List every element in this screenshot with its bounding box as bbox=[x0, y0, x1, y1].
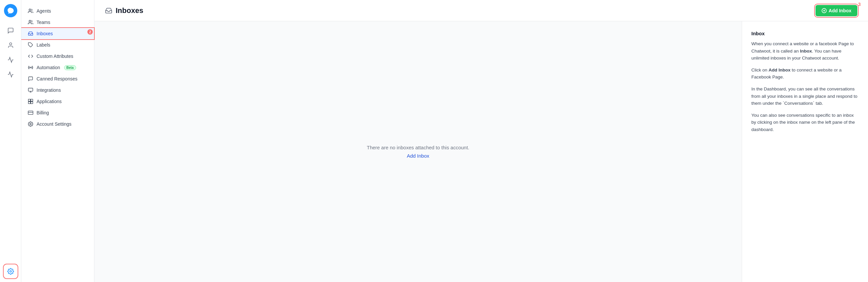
topbar: Inboxes 3 Add Inbox bbox=[94, 0, 868, 21]
custom-attributes-icon bbox=[28, 54, 33, 59]
sidebar-applications-label: Applications bbox=[36, 99, 62, 104]
sidebar-item-labels[interactable]: Labels bbox=[21, 39, 94, 51]
svg-rect-9 bbox=[28, 99, 30, 101]
sidebar-billing-label: Billing bbox=[36, 110, 49, 115]
applications-icon bbox=[28, 99, 33, 104]
inboxes-badge: 2 bbox=[87, 29, 93, 35]
sidebar-item-billing[interactable]: Billing bbox=[21, 107, 94, 118]
badge-3-label: 3 bbox=[858, 2, 861, 7]
svg-rect-10 bbox=[31, 99, 33, 101]
automation-beta-badge: Beta bbox=[64, 65, 76, 70]
automation-icon bbox=[28, 65, 33, 70]
sidebar-item-custom-attributes[interactable]: Custom Attributes bbox=[21, 51, 94, 62]
sidebar-item-account-settings[interactable]: Account Settings bbox=[21, 118, 94, 130]
info-panel-para-3: In the Dashboard, you can see all the co… bbox=[751, 85, 859, 107]
gear-icon bbox=[7, 268, 14, 275]
rail-settings[interactable] bbox=[4, 265, 17, 278]
sidebar: Agents Teams Inboxes 2 Labels Custom Att… bbox=[21, 0, 94, 282]
empty-state-text: There are no inboxes attached to this ac… bbox=[367, 145, 470, 150]
chat-icon bbox=[7, 27, 14, 34]
page-heading: Inboxes bbox=[116, 6, 143, 15]
info-panel-para-2: Click on Add Inbox to connect a website … bbox=[751, 66, 859, 81]
rail-contacts[interactable] bbox=[4, 38, 17, 52]
svg-point-5 bbox=[30, 67, 31, 68]
icon-rail bbox=[0, 0, 21, 282]
sidebar-labels-label: Labels bbox=[36, 42, 50, 48]
plus-circle-icon bbox=[822, 8, 827, 13]
sidebar-item-applications[interactable]: Applications bbox=[21, 96, 94, 107]
billing-icon bbox=[28, 110, 33, 115]
svg-rect-13 bbox=[28, 111, 33, 115]
inbox-icon bbox=[28, 31, 33, 36]
svg-point-2 bbox=[29, 9, 31, 11]
sidebar-teams-label: Teams bbox=[36, 20, 50, 25]
page-title-icon bbox=[105, 7, 112, 14]
rail-reports[interactable] bbox=[4, 53, 17, 66]
content-area: There are no inboxes attached to this ac… bbox=[94, 21, 868, 282]
sidebar-item-automation[interactable]: Automation Beta bbox=[21, 62, 94, 73]
svg-point-15 bbox=[30, 123, 31, 125]
add-inbox-button[interactable]: Add Inbox bbox=[815, 5, 857, 16]
empty-state-add-inbox-link[interactable]: Add Inbox bbox=[407, 153, 429, 159]
sidebar-canned-responses-label: Canned Responses bbox=[36, 76, 78, 82]
svg-point-3 bbox=[29, 20, 31, 22]
integrations-icon bbox=[28, 87, 33, 93]
sidebar-item-teams[interactable]: Teams bbox=[21, 17, 94, 28]
rail-conversations[interactable] bbox=[4, 24, 17, 37]
svg-rect-12 bbox=[31, 102, 33, 104]
sidebar-integrations-label: Integrations bbox=[36, 87, 61, 93]
sidebar-custom-attrs-label: Custom Attributes bbox=[36, 54, 73, 59]
add-inbox-button-label: Add Inbox bbox=[829, 8, 851, 13]
canned-responses-icon bbox=[28, 76, 33, 82]
main-area: Inboxes 3 Add Inbox There are no inboxes… bbox=[94, 0, 868, 282]
topbar-actions: 3 Add Inbox bbox=[815, 5, 857, 16]
info-panel-para-4: You can also see conversations specific … bbox=[751, 112, 859, 133]
info-panel-title: Inbox bbox=[751, 31, 859, 36]
sidebar-automation-label: Automation bbox=[36, 65, 60, 70]
campaigns-icon bbox=[7, 71, 14, 78]
sidebar-agents-label: Agents bbox=[36, 8, 51, 13]
page-title: Inboxes bbox=[105, 6, 143, 15]
sidebar-item-integrations[interactable]: Integrations bbox=[21, 84, 94, 96]
sidebar-account-settings-label: Account Settings bbox=[36, 121, 71, 127]
svg-rect-6 bbox=[28, 88, 33, 91]
app-logo[interactable] bbox=[4, 4, 17, 17]
account-settings-icon bbox=[28, 121, 33, 127]
contact-icon bbox=[7, 42, 14, 49]
sidebar-inboxes-label: Inboxes bbox=[36, 31, 53, 36]
rail-campaigns[interactable] bbox=[4, 68, 17, 81]
svg-point-0 bbox=[9, 43, 12, 45]
teams-icon bbox=[28, 20, 33, 25]
info-panel-para-1: When you connect a website or a facebook… bbox=[751, 40, 859, 62]
agents-icon bbox=[28, 8, 33, 13]
sidebar-item-agents[interactable]: Agents bbox=[21, 5, 94, 17]
svg-rect-11 bbox=[28, 102, 30, 104]
logo-icon bbox=[7, 7, 14, 14]
labels-icon bbox=[28, 42, 33, 48]
sidebar-item-canned-responses[interactable]: Canned Responses bbox=[21, 73, 94, 84]
svg-point-1 bbox=[10, 271, 11, 272]
empty-state: There are no inboxes attached to this ac… bbox=[94, 21, 742, 282]
sidebar-item-inboxes[interactable]: Inboxes 2 bbox=[21, 28, 94, 39]
reports-icon bbox=[7, 57, 14, 63]
info-panel: Inbox When you connect a website or a fa… bbox=[742, 21, 868, 282]
